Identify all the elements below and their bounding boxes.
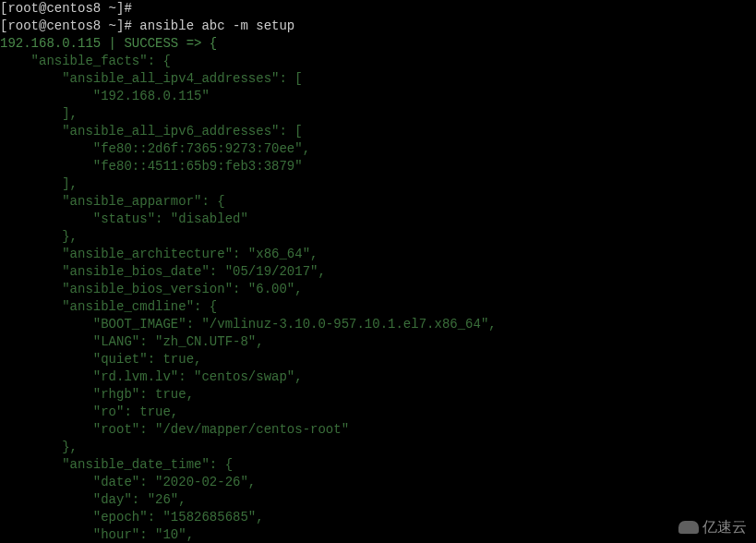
output-line: "ansible_bios_date": "05/19/2017", [0,264,326,279]
output-line: "ansible_bios_version": "6.00", [0,282,303,296]
shell-prompt-1: [root@centos8 ~]# [0,1,132,16]
output-line: "fe80::2d6f:7365:9273:70ee", [0,141,310,156]
output-line: "status": "disabled" [0,211,248,226]
result-status: | SUCCESS => [101,36,210,51]
terminal-output[interactable]: [root@centos8 ~]# [root@centos8 ~]# ansi… [0,0,756,543]
output-line: "quiet": true, [0,352,201,367]
output-line: "hour": "10", [0,527,194,542]
output-line: "ansible_cmdline": { [0,299,217,314]
output-line: "rhgb": true, [0,387,194,402]
output-line: "rd.lvm.lv": "centos/swap", [0,369,303,384]
output-line: "ro": true, [0,404,178,419]
cloud-icon [678,521,699,534]
output-line: "fe80::4511:65b9:feb3:3879" [0,159,303,174]
result-host: 192.168.0.115 [0,36,101,51]
output-line: "ansible_facts": { [0,54,171,68]
output-line: "ansible_all_ipv6_addresses": [ [0,124,303,139]
output-line: "date": "2020-02-26", [0,475,256,489]
command-input: ansible abc -m setup [132,18,294,33]
output-line: "day": "26", [0,492,186,507]
watermark: 亿速云 [678,518,747,536]
output-line: "BOOT_IMAGE": "/vmlinuz-3.10.0-957.10.1.… [0,317,497,332]
output-line: "ansible_date_time": { [0,457,233,472]
output-line: "epoch": "1582685685", [0,510,264,525]
output-line: ], [0,176,78,191]
watermark-text: 亿速云 [702,518,747,536]
output-line: "ansible_all_ipv4_addresses": [ [0,71,303,86]
output-line: ], [0,106,78,121]
output-line: "ansible_architecture": "x86_64", [0,247,318,261]
output-line: "192.168.0.115" [0,89,210,103]
shell-prompt-2: [root@centos8 ~]# [0,18,132,33]
output-line: "LANG": "zh_CN.UTF-8", [0,334,264,349]
output-line: "root": "/dev/mapper/centos-root" [0,422,349,437]
output-line: }, [0,440,78,454]
output-line: "ansible_apparmor": { [0,194,225,209]
open-brace: { [210,36,217,51]
output-line: }, [0,229,78,244]
